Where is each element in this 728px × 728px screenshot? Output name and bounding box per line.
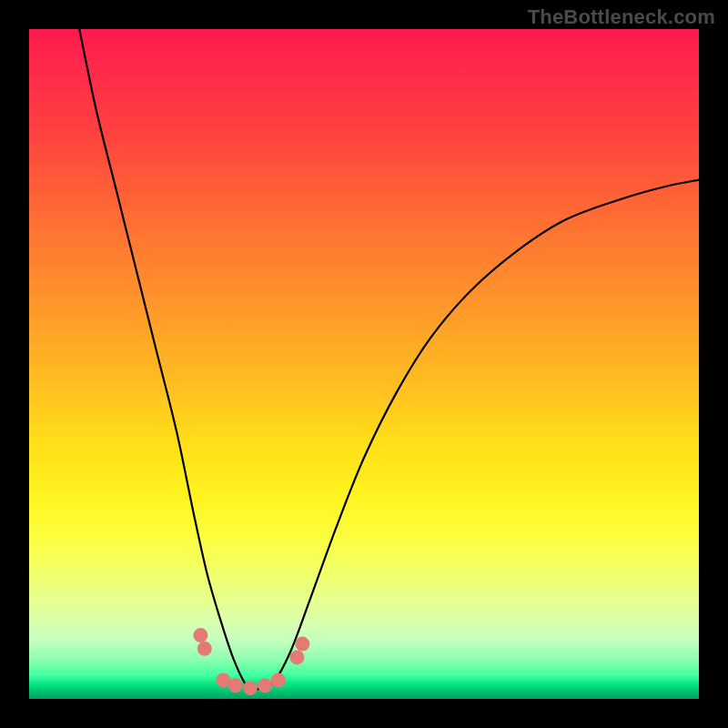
bottleneck-curve — [79, 29, 699, 690]
data-marker — [258, 678, 272, 693]
outer-frame: TheBottleneck.com — [0, 0, 728, 728]
data-marker — [295, 637, 309, 652]
data-marker — [197, 642, 212, 656]
data-marker — [228, 678, 243, 693]
data-markers-group — [193, 628, 309, 695]
plot-area — [29, 29, 699, 699]
data-marker — [271, 672, 286, 687]
chart-svg — [29, 29, 699, 699]
data-marker — [243, 681, 258, 695]
data-marker — [193, 628, 207, 642]
watermark-text: TheBottleneck.com — [528, 5, 715, 29]
data-marker — [289, 650, 304, 664]
